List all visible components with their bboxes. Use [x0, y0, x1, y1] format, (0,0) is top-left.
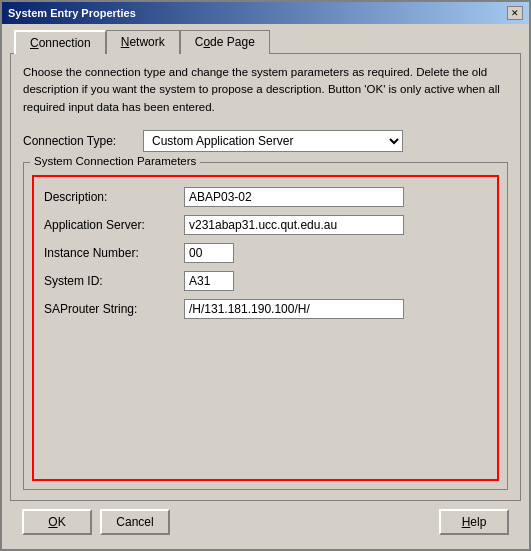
description-input[interactable]	[184, 187, 404, 207]
cancel-button[interactable]: Cancel	[100, 509, 170, 535]
window-title: System Entry Properties	[8, 7, 136, 19]
instance-number-input[interactable]	[184, 243, 234, 263]
connection-type-row: Connection Type: Custom Application Serv…	[23, 130, 508, 152]
system-id-input[interactable]	[184, 271, 234, 291]
description-label: Description:	[44, 190, 184, 204]
help-label: Help	[462, 515, 487, 529]
system-entry-properties-window: System Entry Properties ✕ Connection Net…	[0, 0, 531, 551]
tabs-container: Connection Network Code Page	[10, 30, 521, 54]
connection-type-select-wrapper: Custom Application Server	[143, 130, 403, 152]
app-server-label: Application Server:	[44, 218, 184, 232]
ok-button[interactable]: OK	[22, 509, 92, 535]
tab-panel: Choose the connection type and change th…	[10, 53, 521, 501]
tab-connection[interactable]: Connection	[14, 30, 106, 54]
tab-connection-label: Connection	[30, 36, 91, 50]
tab-network[interactable]: Network	[106, 30, 180, 54]
system-id-label: System ID:	[44, 274, 184, 288]
instance-number-label: Instance Number:	[44, 246, 184, 260]
cancel-label: Cancel	[116, 515, 153, 529]
title-bar: System Entry Properties ✕	[2, 2, 529, 24]
params-group: System Connection Parameters Description…	[23, 162, 508, 490]
field-row-saprouter: SAProuter String:	[44, 299, 487, 319]
field-row-description: Description:	[44, 187, 487, 207]
close-button[interactable]: ✕	[507, 6, 523, 20]
app-server-input[interactable]	[184, 215, 404, 235]
ok-label: OK	[48, 515, 65, 529]
tab-network-label: Network	[121, 35, 165, 49]
saprouter-label: SAProuter String:	[44, 302, 184, 316]
content-area: Connection Network Code Page Choose the …	[2, 24, 529, 549]
red-border-area: Description: Application Server: Instanc…	[32, 175, 499, 481]
connection-type-select[interactable]: Custom Application Server	[143, 130, 403, 152]
bottom-bar: OK Cancel Help	[10, 501, 521, 543]
field-row-app-server: Application Server:	[44, 215, 487, 235]
description-text: Choose the connection type and change th…	[23, 64, 508, 116]
help-button[interactable]: Help	[439, 509, 509, 535]
saprouter-input[interactable]	[184, 299, 404, 319]
tab-codepage[interactable]: Code Page	[180, 30, 270, 54]
bottom-left-buttons: OK Cancel	[22, 509, 170, 535]
field-row-system-id: System ID:	[44, 271, 487, 291]
title-bar-controls: ✕	[507, 6, 523, 20]
field-row-instance-number: Instance Number:	[44, 243, 487, 263]
connection-type-label: Connection Type:	[23, 134, 143, 148]
params-group-legend: System Connection Parameters	[30, 155, 200, 167]
tab-codepage-label: Code Page	[195, 35, 255, 49]
